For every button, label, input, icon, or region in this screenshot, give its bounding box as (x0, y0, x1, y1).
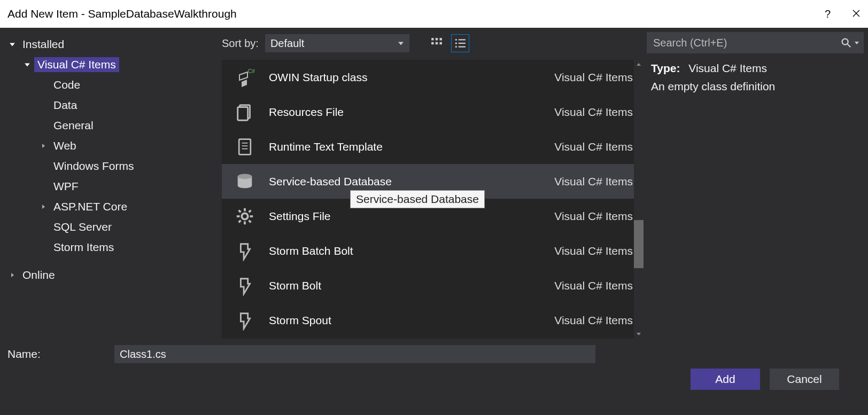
svg-rect-9 (459, 43, 466, 44)
name-input[interactable] (114, 345, 595, 363)
scrollbar[interactable] (634, 60, 644, 339)
template-storm-spout[interactable]: Storm Spout Visual C# Items (222, 303, 644, 338)
tree-sql-server[interactable]: SQL Server (7, 217, 222, 237)
scrollbar-thumb[interactable] (634, 220, 644, 268)
tree-online[interactable]: Online (7, 265, 222, 285)
view-tiles-button[interactable] (428, 34, 446, 52)
chevron-down-icon (7, 41, 17, 48)
svg-point-8 (455, 42, 457, 44)
help-button[interactable]: ? (825, 8, 831, 20)
svg-line-31 (848, 44, 851, 48)
window-title: Add New Item - SampleDatabaseWalkthrough (7, 7, 237, 20)
svg-line-27 (249, 220, 251, 222)
svg-rect-1 (436, 38, 438, 40)
tiles-icon (431, 37, 443, 49)
storm-icon (232, 239, 257, 263)
category-tree: Installed Visual C# Items Code Data Gene… (0, 28, 222, 339)
tree-storm-items[interactable]: Storm Items (7, 237, 222, 257)
chevron-down-icon[interactable] (854, 40, 859, 45)
scroll-down-icon[interactable] (634, 329, 644, 339)
svg-rect-0 (431, 38, 433, 40)
cancel-button[interactable]: Cancel (770, 369, 839, 390)
template-resources-file[interactable]: Resources File Visual C# Items (222, 95, 644, 129)
svg-point-10 (455, 46, 457, 48)
tree-general[interactable]: General (7, 115, 222, 136)
svg-point-20 (238, 174, 252, 179)
database-icon (232, 169, 257, 194)
document-icon (232, 135, 257, 159)
chevron-down-icon (22, 61, 32, 68)
tree-code[interactable]: Code (7, 75, 222, 95)
close-window-button[interactable] (852, 8, 861, 20)
chevron-right-icon (38, 204, 48, 209)
close-icon (852, 9, 861, 18)
svg-point-6 (455, 39, 457, 41)
search-box[interactable] (647, 32, 864, 53)
chevron-right-icon (38, 143, 48, 148)
template-storm-bolt[interactable]: Storm Bolt Visual C# Items (222, 268, 644, 303)
template-list: C# OWIN Startup class Visual C# Items Re… (222, 60, 644, 339)
template-panel: Sort by: Default (222, 28, 644, 339)
search-input[interactable] (653, 37, 840, 49)
tree-visual-csharp-items[interactable]: Visual C# Items (7, 54, 222, 75)
tree-wpf[interactable]: WPF (7, 176, 222, 197)
storm-icon (232, 308, 257, 333)
svg-line-28 (249, 210, 251, 212)
tree-installed[interactable]: Installed (7, 34, 222, 54)
svg-rect-5 (439, 42, 441, 44)
chevron-right-icon (7, 272, 17, 278)
type-label: Type: (651, 62, 680, 74)
description-text: An empty class definition (651, 80, 861, 93)
name-label: Name: (7, 348, 114, 361)
list-icon (454, 37, 466, 49)
tree-windows-forms[interactable]: Windows Forms (7, 156, 222, 176)
tree-aspnet-core[interactable]: ASP.NET Core (7, 197, 222, 217)
template-storm-batch-bolt[interactable]: Storm Batch Bolt Visual C# Items (222, 233, 644, 268)
template-runtime-text-template[interactable]: Runtime Text Template Visual C# Items (222, 129, 644, 164)
svg-text:C#: C# (248, 68, 255, 74)
svg-rect-11 (459, 46, 466, 48)
gear-icon (232, 204, 257, 229)
chevron-down-icon (398, 40, 404, 46)
titlebar: Add New Item - SampleDatabaseWalkthrough… (0, 0, 868, 28)
tooltip: Service-based Database (350, 190, 485, 208)
sort-by-dropdown[interactable]: Default (265, 34, 409, 52)
svg-rect-14 (238, 107, 248, 120)
storm-icon (232, 273, 257, 298)
bottom-panel: Name: Add Cancel (0, 339, 868, 390)
search-icon[interactable] (840, 37, 852, 49)
svg-point-21 (242, 213, 247, 219)
template-owin-startup-class[interactable]: C# OWIN Startup class Visual C# Items (222, 60, 644, 95)
scroll-up-icon[interactable] (634, 60, 644, 69)
tree-web[interactable]: Web (7, 136, 222, 156)
add-button[interactable]: Add (691, 369, 760, 390)
class-icon: C# (232, 65, 257, 90)
details-panel: Type: Visual C# Items An empty class def… (644, 28, 868, 339)
tree-data[interactable]: Data (7, 95, 222, 115)
sort-by-label: Sort by: (222, 37, 259, 50)
svg-line-26 (239, 210, 241, 212)
svg-rect-7 (459, 39, 466, 40)
resources-icon (232, 100, 257, 124)
svg-point-30 (842, 39, 848, 45)
view-list-button[interactable] (451, 34, 469, 52)
svg-rect-2 (439, 38, 441, 40)
svg-rect-15 (239, 139, 251, 154)
type-value: Visual C# Items (688, 62, 767, 74)
svg-rect-4 (436, 42, 438, 44)
svg-line-29 (239, 220, 241, 222)
svg-rect-3 (431, 42, 433, 44)
